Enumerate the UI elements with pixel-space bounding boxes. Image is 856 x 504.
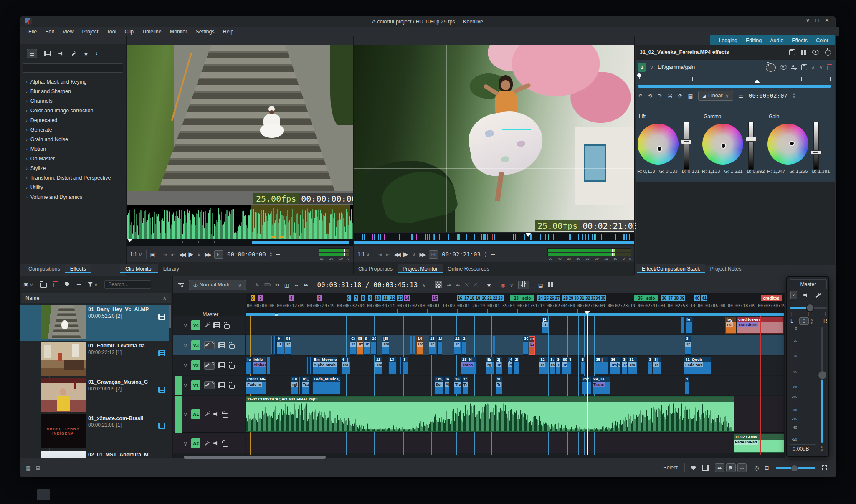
track-header-v4[interactable]: ∨V4	[173, 316, 245, 334]
menu-view[interactable]: View	[58, 28, 78, 35]
keyframe-interp-select[interactable]: ◢Linear∨	[698, 91, 733, 101]
favorite-effects-icon[interactable]: ★	[84, 51, 88, 57]
wheel-slider-handle[interactable]	[681, 139, 692, 144]
guide-chip[interactable]: 23	[497, 295, 504, 301]
timeline-clip[interactable]: fehleAlphaove	[252, 357, 266, 374]
create-folder-icon[interactable]	[40, 283, 47, 288]
menu-project[interactable]: Project	[78, 28, 103, 35]
project-monitor-video[interactable]	[354, 45, 634, 232]
tab-effects[interactable]: Effects	[65, 264, 91, 273]
audio-thumbnails-icon[interactable]: ⬌	[715, 463, 724, 472]
timeline-clip[interactable]: 3|Tr	[622, 357, 627, 374]
set-zone-out-icon[interactable]: ⇤	[171, 251, 175, 258]
guide-chip[interactable]: 38	[673, 295, 679, 301]
effects-category[interactable]: ›Deprecated	[20, 115, 126, 125]
split-view-icon[interactable]	[548, 282, 553, 287]
timeline-clip[interactable]: Em_Ser	[434, 376, 443, 394]
effects-category[interactable]: ›Color and Image correction	[20, 106, 126, 115]
guide-chip[interactable]: 27	[554, 295, 560, 301]
timeline-clip[interactable]: fel	[246, 357, 251, 374]
track-effects-icon[interactable]	[204, 341, 215, 349]
timeline-clip[interactable]: [4:2!	[507, 357, 513, 374]
track-badge[interactable]: A2	[191, 438, 200, 448]
guide-chip[interactable]: 12	[389, 295, 395, 301]
save-effect-icon[interactable]	[801, 64, 807, 70]
clip-monitor-zone[interactable]	[252, 241, 349, 244]
lift-zone-icon[interactable]: ⤫	[473, 282, 477, 288]
clip-monitor-video[interactable]	[127, 45, 353, 205]
guide-chip[interactable]: 4	[289, 295, 294, 301]
workspace-tab-audio[interactable]: Audio	[766, 36, 788, 45]
set-zone-in-icon[interactable]: ⇥	[163, 251, 167, 258]
guide-chip[interactable]: 39	[679, 295, 685, 301]
guide-chip[interactable]: 9	[368, 295, 372, 301]
wheel-slider-handle[interactable]	[746, 137, 757, 142]
track-badge[interactable]: V2	[191, 360, 200, 370]
keyframe-marker[interactable]	[637, 73, 641, 77]
tab-project-notes[interactable]: Project Notes	[705, 264, 746, 273]
project-monitor-menu-icon[interactable]: ☰	[491, 251, 495, 258]
track-lock-icon[interactable]	[229, 344, 235, 349]
apply-keyframes-icon[interactable]: ⟳	[678, 93, 682, 99]
collapse-mixer-icon[interactable]: ‹	[790, 291, 797, 299]
clip-monitor-menu-icon[interactable]: ☰	[276, 251, 281, 258]
titlebar[interactable]: A-colorful-project / HD 1080p 25 fps — K…	[20, 16, 835, 27]
bin-scrollbar[interactable]	[169, 305, 171, 328]
guide-chip[interactable]: 11	[382, 295, 389, 301]
timeline-clip[interactable]: 1!	[437, 336, 442, 355]
play-speed-dropdown-icon[interactable]: ∨	[197, 251, 201, 258]
favorite-effects-icon[interactable]: ★	[486, 282, 491, 288]
effects-category[interactable]: ›Volume and Dynamics	[20, 192, 126, 202]
clip-monitor-ruler[interactable]	[127, 239, 353, 246]
show-effects-icon[interactable]	[812, 50, 819, 55]
timeline-clip[interactable]: C(Tr	[350, 336, 356, 355]
timeline-zone-bar[interactable]	[246, 313, 784, 316]
effect-zone-bar[interactable]	[638, 85, 831, 88]
effects-category[interactable]: ›Blur and Sharpen	[20, 86, 126, 96]
razor-all-tracks-icon[interactable]: ✎	[255, 282, 259, 288]
add-keyframe-icon[interactable]: ⟲	[648, 93, 652, 99]
menu-file[interactable]: File	[24, 28, 41, 35]
track-lane-v3[interactable]	[246, 335, 784, 355]
track-header-v2[interactable]: ∨V2	[173, 356, 245, 375]
audio-effects-icon[interactable]	[58, 51, 64, 56]
effects-category[interactable]: ›Alpha, Mask and Keying	[20, 77, 126, 86]
timeline-clip[interactable]: 2:	[462, 336, 466, 355]
custom-effects-icon[interactable]	[71, 51, 76, 56]
effects-category[interactable]: ›Motion	[20, 144, 126, 154]
track-effects-icon[interactable]	[204, 381, 215, 389]
fit-zoom-icon[interactable]	[822, 465, 827, 470]
collapse-track-icon[interactable]: ∨	[183, 322, 187, 329]
paste-keyframes-icon[interactable]: ▤	[688, 93, 693, 99]
timeline-clip[interactable]: 6_|Tra	[341, 357, 350, 374]
menu-monitor[interactable]: Monitor	[166, 28, 192, 35]
collapse-track-icon[interactable]: ∨	[183, 440, 187, 447]
insert-zone-icon[interactable]: ⇥	[446, 282, 451, 288]
keyframe-ruler[interactable]	[639, 74, 831, 84]
show-all-effects-icon[interactable]: ☰	[27, 49, 37, 58]
timeline-clip[interactable]: 3:Tra	[549, 357, 555, 374]
bin-item[interactable]: 01_Dany_Hey_Vc_Ai.MP00:00:52:20 [2]	[20, 305, 169, 341]
play-speed-dropdown-icon[interactable]: ∨	[412, 251, 415, 258]
timeline-clip[interactable]: 10	[371, 336, 377, 355]
track-effects-icon[interactable]	[204, 362, 215, 370]
keyframe-timecode[interactable]: 00:00:02:07	[749, 92, 788, 99]
timeline-clip[interactable]: 99_TaTrans	[592, 376, 610, 394]
timeline-zoom-slider[interactable]	[776, 467, 815, 469]
slip-tool-icon[interactable]: ⇹	[304, 282, 308, 288]
timeline-clip[interactable]: 32Tr	[539, 357, 548, 374]
timeline-clip[interactable]: 1:Tr	[462, 376, 468, 394]
track-lane-v4[interactable]	[246, 316, 784, 334]
bin-view-menu-icon[interactable]: ☰	[76, 281, 81, 288]
minimize-button[interactable]: ∨	[806, 17, 810, 23]
guide-chip[interactable]: 23 - solo	[510, 295, 534, 301]
collapse-track-icon[interactable]: ∨	[183, 382, 187, 389]
timeline-clip[interactable]: 3<Tr	[556, 357, 561, 374]
tab-project-monitor[interactable]: Project Monitor	[398, 264, 443, 273]
status-box-icon[interactable]: ⊞	[36, 465, 40, 471]
fit-zoom-icon[interactable]: ↔	[294, 282, 299, 288]
effects-category[interactable]: ›Transform, Distort and Perspective	[20, 173, 126, 182]
maximize-button[interactable]: □	[815, 17, 819, 23]
subtitles-icon[interactable]: ▤	[538, 282, 543, 288]
timeline-clip[interactable]: 9_Tr	[364, 336, 370, 355]
